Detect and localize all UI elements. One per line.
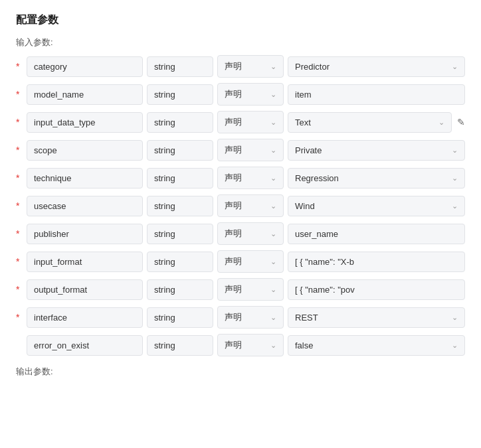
param-name-field: error_on_exist bbox=[27, 335, 143, 356]
chevron-down-icon: ⌄ bbox=[270, 202, 276, 210]
chevron-down-icon: ⌄ bbox=[452, 341, 458, 350]
chevron-down-icon: ⌄ bbox=[452, 313, 458, 322]
param-type-field: string bbox=[147, 140, 213, 161]
table-row: *input_formatstring声明⌄[ { "name": "X-b bbox=[16, 250, 465, 273]
param-type-field: string bbox=[147, 196, 213, 216]
table-row: *techniquestring声明⌄Regression⌄ bbox=[16, 167, 465, 189]
param-value-field[interactable]: Predictor⌄ bbox=[288, 56, 465, 77]
declare-label: 声明 bbox=[225, 228, 242, 240]
param-declare-dropdown[interactable]: 声明⌄ bbox=[217, 306, 284, 329]
param-value-field: user_name bbox=[288, 224, 465, 244]
edit-icon[interactable]: ✎ bbox=[457, 117, 465, 127]
param-name-field: category bbox=[27, 56, 143, 77]
declare-label: 声明 bbox=[225, 200, 242, 212]
param-type-field: string bbox=[147, 112, 213, 133]
table-row: *interfacestring声明⌄REST⌄ bbox=[16, 306, 465, 329]
param-value-text: item bbox=[295, 90, 312, 100]
chevron-down-icon: ⌄ bbox=[452, 62, 458, 71]
declare-label: 声明 bbox=[225, 256, 242, 267]
param-declare-dropdown[interactable]: 声明⌄ bbox=[217, 55, 284, 78]
param-declare-dropdown[interactable]: 声明⌄ bbox=[217, 167, 284, 189]
param-name-field: input_data_type bbox=[27, 112, 143, 133]
output-section-label: 输出参数: bbox=[16, 366, 465, 378]
param-value-text: REST bbox=[295, 313, 318, 323]
param-value-text: Predictor bbox=[295, 62, 330, 72]
param-name-field: input_format bbox=[27, 252, 143, 272]
table-row: *output_formatstring声明⌄[ { "name": "pov bbox=[16, 278, 465, 301]
required-star: * bbox=[16, 89, 23, 100]
page-title: 配置参数 bbox=[16, 13, 465, 27]
required-star: * bbox=[16, 145, 23, 155]
param-declare-dropdown[interactable]: 声明⌄ bbox=[217, 139, 284, 161]
table-row: *categorystring声明⌄Predictor⌄ bbox=[16, 55, 465, 78]
required-star: * bbox=[16, 284, 23, 295]
param-value-text: [ { "name": "X-b bbox=[295, 257, 354, 267]
table-row: *usecasestring声明⌄Wind⌄ bbox=[16, 194, 465, 217]
required-star: * bbox=[16, 173, 23, 183]
param-value-text: Text bbox=[295, 117, 311, 127]
declare-label: 声明 bbox=[225, 60, 242, 72]
chevron-down-icon: ⌄ bbox=[452, 146, 458, 155]
param-type-field: string bbox=[147, 252, 213, 272]
param-value-field[interactable]: REST⌄ bbox=[288, 307, 465, 328]
param-type-field: string bbox=[147, 56, 213, 77]
param-value-field[interactable]: Regression⌄ bbox=[288, 168, 465, 188]
chevron-down-icon: ⌄ bbox=[452, 202, 458, 210]
param-type-field: string bbox=[147, 307, 213, 328]
param-name-field: output_format bbox=[27, 279, 143, 300]
param-declare-dropdown[interactable]: 声明⌄ bbox=[217, 278, 284, 301]
input-section-label: 输入参数: bbox=[16, 37, 465, 48]
param-declare-dropdown[interactable]: 声明⌄ bbox=[217, 194, 284, 217]
config-panel: 配置参数 输入参数: *categorystring声明⌄Predictor⌄*… bbox=[0, 0, 481, 391]
param-declare-dropdown[interactable]: 声明⌄ bbox=[217, 250, 284, 273]
param-declare-dropdown[interactable]: 声明⌄ bbox=[217, 334, 284, 356]
chevron-down-icon: ⌄ bbox=[270, 313, 276, 322]
chevron-down-icon: ⌄ bbox=[270, 118, 276, 127]
param-value-text: Private bbox=[295, 145, 322, 155]
table-row: *model_namestring声明⌄item bbox=[16, 83, 465, 106]
param-value-field[interactable]: false⌄ bbox=[288, 335, 465, 356]
chevron-down-icon: ⌄ bbox=[452, 174, 458, 183]
param-declare-dropdown[interactable]: 声明⌄ bbox=[217, 111, 284, 133]
param-value-field[interactable]: Private⌄ bbox=[288, 140, 465, 161]
param-value-field[interactable]: Text⌄ bbox=[288, 112, 452, 133]
param-value-field: [ { "name": "X-b bbox=[288, 252, 465, 272]
params-list: *categorystring声明⌄Predictor⌄*model_names… bbox=[16, 55, 465, 356]
param-value-field: [ { "name": "pov bbox=[288, 279, 465, 300]
required-star: * bbox=[16, 200, 23, 211]
table-row: *publisherstring声明⌄user_name bbox=[16, 222, 465, 245]
param-type-field: string bbox=[147, 335, 213, 356]
param-declare-dropdown[interactable]: 声明⌄ bbox=[217, 83, 284, 106]
declare-label: 声明 bbox=[225, 311, 242, 323]
param-type-field: string bbox=[147, 168, 213, 188]
declare-label: 声明 bbox=[225, 88, 242, 100]
chevron-down-icon: ⌄ bbox=[270, 62, 276, 71]
param-value-text: false bbox=[295, 340, 313, 350]
table-row: *scopestring声明⌄Private⌄ bbox=[16, 139, 465, 161]
param-value-text: user_name bbox=[295, 229, 338, 239]
required-star: * bbox=[16, 228, 23, 239]
chevron-down-icon: ⌄ bbox=[270, 90, 276, 99]
param-value-field: item bbox=[288, 84, 465, 105]
param-name-field: interface bbox=[27, 307, 143, 328]
chevron-down-icon: ⌄ bbox=[270, 258, 276, 266]
chevron-down-icon: ⌄ bbox=[270, 146, 276, 155]
chevron-down-icon: ⌄ bbox=[270, 341, 276, 350]
required-star: * bbox=[16, 256, 23, 267]
param-value-text: Regression bbox=[295, 173, 339, 183]
required-star: * bbox=[16, 312, 23, 323]
required-star: * bbox=[16, 61, 23, 72]
param-type-field: string bbox=[147, 224, 213, 244]
param-name-field: usecase bbox=[27, 196, 143, 216]
chevron-down-icon: ⌄ bbox=[270, 174, 276, 183]
param-declare-dropdown[interactable]: 声明⌄ bbox=[217, 222, 284, 245]
param-value-text: Wind bbox=[295, 201, 315, 211]
chevron-down-icon: ⌄ bbox=[270, 230, 276, 238]
param-name-field: publisher bbox=[27, 224, 143, 244]
declare-label: 声明 bbox=[225, 283, 242, 295]
chevron-down-icon: ⌄ bbox=[270, 285, 276, 294]
param-value-text: [ { "name": "pov bbox=[295, 285, 355, 295]
param-value-field[interactable]: Wind⌄ bbox=[288, 196, 465, 216]
param-name-field: model_name bbox=[27, 84, 143, 105]
declare-label: 声明 bbox=[225, 144, 242, 156]
